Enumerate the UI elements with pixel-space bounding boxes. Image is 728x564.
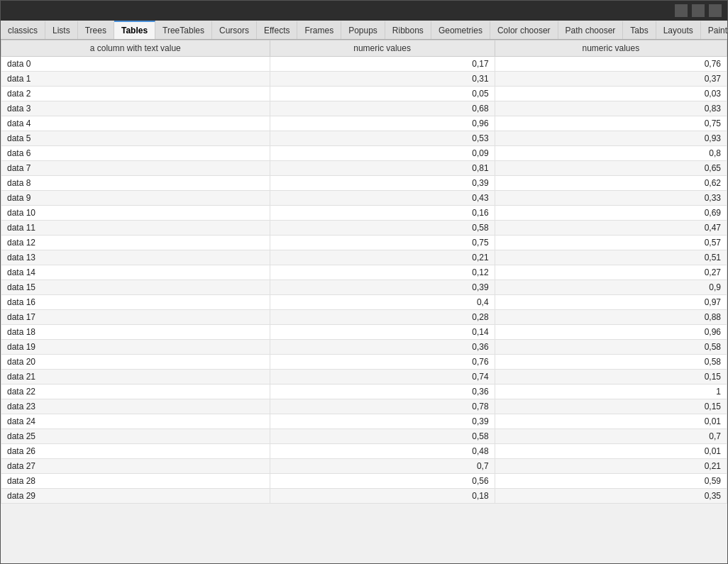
cell-text: data 20 [1,355,270,370]
tab-pathchooser[interactable]: Path chooser [558,21,624,39]
cell-numeric1: 0,81 [270,161,495,176]
cell-text: data 15 [1,280,270,295]
table-row[interactable]: data 200,760,58 [1,355,727,370]
data-table: a column with text value numeric values … [1,40,727,504]
cell-numeric1: 0,36 [270,385,495,399]
cell-numeric2: 0,47 [495,221,727,236]
tab-cursors[interactable]: Cursors [212,21,257,39]
table-row[interactable]: data 60,090,8 [1,146,727,161]
table-row[interactable]: data 130,210,51 [1,250,727,265]
cell-numeric2: 0,93 [495,131,727,146]
cell-numeric2: 0,76 [495,57,727,72]
tab-lists[interactable]: Lists [45,21,78,39]
tab-frames[interactable]: Frames [297,21,341,39]
table-row[interactable]: data 50,530,93 [1,131,727,146]
cell-numeric1: 0,36 [270,340,495,355]
cell-text: data 26 [1,444,270,459]
cell-numeric1: 0,74 [270,370,495,385]
cell-text: data 7 [1,161,270,176]
cell-numeric1: 0,18 [270,489,495,504]
restore-button[interactable] [692,4,705,17]
table-row[interactable]: data 10,310,37 [1,72,727,87]
cell-numeric1: 0,68 [270,101,495,116]
table-row[interactable]: data 80,390,62 [1,176,727,191]
tab-effects[interactable]: Effects [257,21,297,39]
cell-numeric1: 0,09 [270,146,495,161]
cell-numeric2: 0,03 [495,87,727,101]
window-controls [675,4,722,17]
close-button[interactable] [709,4,722,17]
cell-numeric2: 0,9 [495,280,727,295]
cell-numeric1: 0,76 [270,355,495,370]
tab-treetables[interactable]: TreeTables [155,21,212,39]
table-row[interactable]: data 270,70,21 [1,459,727,474]
cell-numeric2: 0,21 [495,459,727,474]
tab-tabs[interactable]: Tabs [623,21,656,39]
table-row[interactable]: data 230,780,15 [1,399,727,414]
cell-numeric2: 0,62 [495,176,727,191]
table-row[interactable]: data 30,680,83 [1,101,727,116]
tab-tables[interactable]: Tables [114,21,155,39]
cell-numeric2: 0,83 [495,101,727,116]
table-row[interactable]: data 70,810,65 [1,161,727,176]
table-row[interactable]: data 100,160,69 [1,206,727,221]
cell-text: data 23 [1,399,270,414]
cell-numeric2: 0,33 [495,191,727,206]
tab-ribbons[interactable]: Ribbons [385,21,431,39]
table-row[interactable]: data 240,390,01 [1,414,727,429]
table-row[interactable]: data 160,40,97 [1,295,727,310]
table-row[interactable]: data 220,361 [1,385,727,399]
cell-numeric2: 0,15 [495,370,727,385]
tab-geometries[interactable]: Geometries [431,21,490,39]
cell-numeric2: 0,58 [495,355,727,370]
table-row[interactable]: data 00,170,76 [1,57,727,72]
cell-text: data 27 [1,459,270,474]
title-bar [1,1,727,21]
cell-numeric1: 0,17 [270,57,495,72]
cell-text: data 8 [1,176,270,191]
table-row[interactable]: data 250,580,7 [1,429,727,444]
cell-numeric2: 0,58 [495,340,727,355]
cell-numeric1: 0,78 [270,399,495,414]
cell-text: data 19 [1,340,270,355]
table-row[interactable]: data 20,050,03 [1,87,727,101]
cell-text: data 11 [1,221,270,236]
tab-classics[interactable]: classics [1,21,45,39]
table-row[interactable]: data 210,740,15 [1,370,727,385]
cell-text: data 9 [1,191,270,206]
cell-numeric2: 0,59 [495,474,727,489]
cell-numeric2: 0,7 [495,429,727,444]
tab-colorchooser[interactable]: Color chooser [490,21,558,39]
table-row[interactable]: data 110,580,47 [1,221,727,236]
tab-trees[interactable]: Trees [78,21,114,39]
tab-popups[interactable]: Popups [341,21,385,39]
table-row[interactable]: data 260,480,01 [1,444,727,459]
table-row[interactable]: data 280,560,59 [1,474,727,489]
tab-painter2d[interactable]: Painter2D [701,21,727,39]
cell-numeric1: 0,12 [270,265,495,280]
cell-numeric1: 0,39 [270,176,495,191]
cell-numeric2: 0,97 [495,295,727,310]
tab-layouts[interactable]: Layouts [656,21,701,39]
cell-text: data 5 [1,131,270,146]
table-row[interactable]: data 170,280,88 [1,310,727,325]
table-row[interactable]: data 120,750,57 [1,236,727,250]
table-row[interactable]: data 290,180,35 [1,489,727,504]
table-row[interactable]: data 150,390,9 [1,280,727,295]
table-wrapper[interactable]: a column with text value numeric values … [1,40,727,563]
tab-bar: classicsListsTreesTablesTreeTablesCursor… [1,21,727,40]
table-row[interactable]: data 90,430,33 [1,191,727,206]
table-row[interactable]: data 40,960,75 [1,116,727,131]
cell-numeric2: 0,8 [495,146,727,161]
cell-numeric1: 0,05 [270,87,495,101]
table-row[interactable]: data 190,360,58 [1,340,727,355]
cell-numeric1: 0,7 [270,459,495,474]
table-row[interactable]: data 140,120,27 [1,265,727,280]
cell-text: data 0 [1,57,270,72]
cell-numeric1: 0,39 [270,414,495,429]
table-row[interactable]: data 180,140,96 [1,325,727,340]
minimize-button[interactable] [675,4,688,17]
cell-numeric2: 0,57 [495,236,727,250]
cell-text: data 21 [1,370,270,385]
cell-numeric2: 0,65 [495,161,727,176]
